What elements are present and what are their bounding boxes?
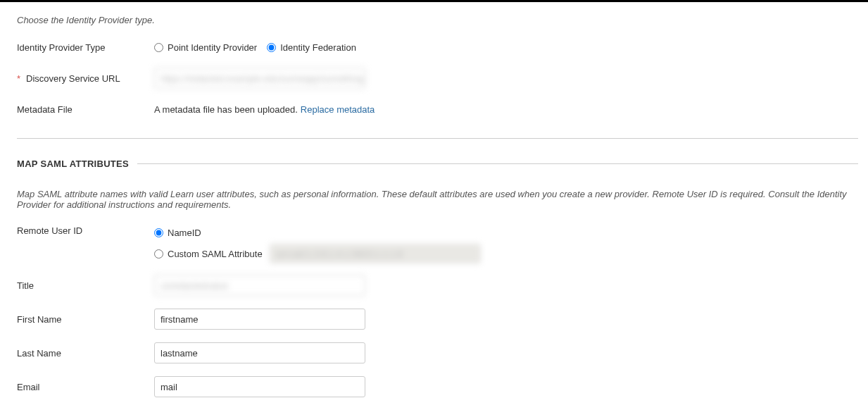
first-name-input[interactable] bbox=[154, 309, 365, 330]
last-name-label: Last Name bbox=[17, 348, 154, 359]
first-name-label: First Name bbox=[17, 314, 154, 325]
metadata-file-label: Metadata File bbox=[17, 104, 154, 115]
choose-idp-text: Choose the Identity Provider type. bbox=[17, 15, 858, 25]
section-divider bbox=[17, 138, 858, 139]
radio-nameid-label: NameID bbox=[168, 228, 201, 238]
title-input[interactable] bbox=[154, 275, 365, 296]
header-rule bbox=[137, 163, 858, 164]
discovery-url-label-text: Discovery Service URL bbox=[26, 73, 120, 84]
discovery-url-input[interactable]: https://redacted.example.edu/someapp/som… bbox=[154, 68, 365, 89]
radio-identity-federation[interactable]: Identity Federation bbox=[267, 42, 356, 53]
email-label: Email bbox=[17, 382, 154, 392]
radio-point-idp-label: Point Identity Provider bbox=[168, 42, 257, 53]
radio-point-idp[interactable]: Point Identity Provider bbox=[154, 42, 257, 53]
radio-identity-federation-label: Identity Federation bbox=[280, 42, 356, 53]
radio-point-idp-input[interactable] bbox=[154, 43, 163, 52]
idp-type-label: Identity Provider Type bbox=[17, 42, 154, 53]
radio-identity-federation-input[interactable] bbox=[267, 43, 276, 52]
email-input[interactable] bbox=[154, 376, 365, 397]
custom-saml-attribute-input: urn:oid:1.3.6.1.4.1.5923.1.1.1.6 bbox=[270, 244, 481, 263]
map-saml-header-text: MAP SAML ATTRIBUTES bbox=[17, 158, 137, 169]
radio-custom-saml-label: Custom SAML Attribute bbox=[168, 249, 263, 259]
discovery-url-label: * Discovery Service URL bbox=[17, 73, 154, 84]
radio-custom-saml[interactable]: Custom SAML Attribute urn:oid:1.3.6.1.4.… bbox=[154, 245, 481, 262]
replace-metadata-link[interactable]: Replace metadata bbox=[301, 104, 375, 115]
title-label: Title bbox=[17, 280, 154, 291]
last-name-input[interactable] bbox=[154, 342, 365, 363]
metadata-file-status: A metadata file has been uploaded. bbox=[154, 104, 298, 115]
map-saml-desc: Map SAML attribute names with valid Lear… bbox=[17, 189, 858, 210]
radio-nameid-input[interactable] bbox=[154, 228, 163, 237]
radio-custom-saml-input[interactable] bbox=[154, 249, 163, 259]
radio-nameid[interactable]: NameID bbox=[154, 224, 481, 241]
remote-user-id-label: Remote User ID bbox=[17, 224, 154, 236]
map-saml-header: MAP SAML ATTRIBUTES bbox=[17, 158, 858, 169]
required-indicator: * bbox=[17, 74, 20, 83]
